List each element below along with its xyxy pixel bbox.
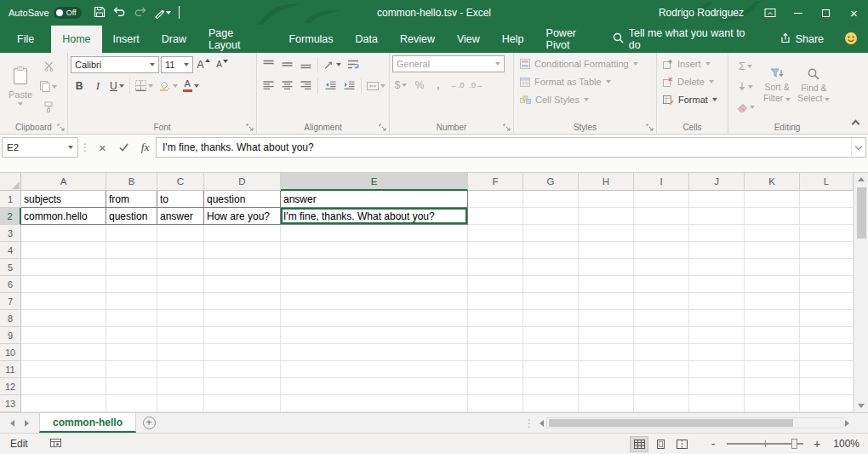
cell-E11[interactable]	[281, 361, 468, 378]
cell-L2[interactable]	[800, 208, 854, 225]
ribbon-tab-data[interactable]: Data	[345, 26, 389, 53]
delete-cells-button[interactable]: Delete	[660, 73, 726, 90]
decrease-indent-button[interactable]	[322, 77, 339, 95]
undo-icon[interactable]	[113, 6, 126, 20]
cell-E6[interactable]	[281, 276, 468, 293]
cell-H6[interactable]	[579, 276, 634, 293]
cell-G3[interactable]	[523, 225, 579, 242]
cell-D6[interactable]	[204, 276, 281, 293]
cell-C5[interactable]	[157, 259, 204, 276]
zoom-slider-knob[interactable]	[791, 439, 797, 449]
cell-G7[interactable]	[523, 293, 579, 310]
cell-D12[interactable]	[204, 378, 281, 395]
cell-A1[interactable]: subjects	[21, 191, 106, 208]
align-left-button[interactable]	[260, 77, 277, 95]
cell-G12[interactable]	[523, 378, 579, 395]
increase-indent-button[interactable]	[340, 77, 357, 95]
cell-K12[interactable]	[745, 378, 800, 395]
cell-C1[interactable]: to	[157, 191, 204, 208]
font-size-combo[interactable]: 11	[161, 56, 193, 73]
close-button[interactable]: ×	[840, 0, 868, 26]
bold-button[interactable]: B	[71, 77, 88, 95]
cell-D10[interactable]	[204, 344, 281, 361]
cell-A13[interactable]	[21, 395, 106, 412]
decrease-decimal-button[interactable]: .0→	[468, 76, 486, 94]
cell-A9[interactable]	[21, 327, 106, 344]
row-header-5[interactable]: 5	[0, 259, 21, 276]
column-header-D[interactable]: D	[204, 173, 281, 191]
cell-J12[interactable]	[689, 378, 745, 395]
cell-D2[interactable]: How are you?	[204, 208, 281, 225]
cut-button[interactable]	[38, 57, 59, 75]
font-dialog-launcher[interactable]	[246, 124, 254, 131]
cell-K7[interactable]	[745, 293, 800, 310]
row-header-4[interactable]: 4	[0, 242, 21, 259]
insert-function-button[interactable]: fx	[134, 137, 156, 158]
cell-I13[interactable]	[634, 395, 689, 412]
cell-J2[interactable]	[689, 208, 745, 225]
cell-F4[interactable]	[468, 242, 523, 259]
horizontal-scrollbar[interactable]	[540, 413, 853, 433]
grow-font-button[interactable]: A	[195, 55, 212, 73]
ribbon-tab-home[interactable]: Home	[51, 26, 101, 53]
cell-K8[interactable]	[745, 310, 800, 327]
cell-F9[interactable]	[468, 327, 523, 344]
cell-B12[interactable]	[106, 378, 157, 395]
cell-J3[interactable]	[689, 225, 745, 242]
cell-K5[interactable]	[745, 259, 800, 276]
cell-F5[interactable]	[468, 259, 523, 276]
cell-H4[interactable]	[579, 242, 634, 259]
cell-C12[interactable]	[157, 378, 204, 395]
cell-B1[interactable]: from	[106, 191, 157, 208]
row-header-1[interactable]: 1	[0, 191, 21, 208]
cell-H12[interactable]	[579, 378, 634, 395]
macro-record-icon[interactable]	[50, 438, 61, 451]
touch-mode-icon[interactable]	[154, 8, 171, 19]
cell-H1[interactable]	[579, 191, 634, 208]
cell-L3[interactable]	[800, 225, 854, 242]
row-header-10[interactable]: 10	[0, 344, 21, 361]
autosave-toggle[interactable]: AutoSave Off	[9, 7, 82, 19]
row-header-13[interactable]: 13	[0, 395, 21, 412]
cell-F10[interactable]	[468, 344, 523, 361]
cell-I9[interactable]	[634, 327, 689, 344]
cell-C7[interactable]	[157, 293, 204, 310]
cell-E3[interactable]	[281, 225, 468, 242]
cell-J11[interactable]	[689, 361, 745, 378]
sheet-nav-left-icon[interactable]	[10, 420, 14, 427]
sheet-nav-right-icon[interactable]	[25, 420, 29, 427]
align-bottom-button[interactable]	[297, 55, 314, 73]
ribbon-tab-insert[interactable]: Insert	[102, 26, 151, 53]
column-header-A[interactable]: A	[21, 173, 106, 191]
normal-view-button[interactable]	[630, 436, 648, 452]
cell-L12[interactable]	[800, 378, 854, 395]
select-all-corner[interactable]	[0, 173, 21, 191]
cell-F8[interactable]	[468, 310, 523, 327]
column-header-B[interactable]: B	[106, 173, 157, 191]
cell-K11[interactable]	[745, 361, 800, 378]
copy-button[interactable]	[38, 78, 59, 95]
cell-I10[interactable]	[634, 344, 689, 361]
cell-K1[interactable]	[745, 191, 800, 208]
row-header-12[interactable]: 12	[0, 378, 21, 395]
cell-J9[interactable]	[689, 327, 745, 344]
cell-L11[interactable]	[800, 361, 854, 378]
cell-B9[interactable]	[106, 327, 157, 344]
scroll-up-arrow-icon[interactable]	[854, 173, 868, 186]
cell-G5[interactable]	[523, 259, 579, 276]
cell-F11[interactable]	[468, 361, 523, 378]
cell-E12[interactable]	[281, 378, 468, 395]
cell-B13[interactable]	[106, 395, 157, 412]
cell-B10[interactable]	[106, 344, 157, 361]
ribbon-tab-file[interactable]: File	[0, 26, 51, 53]
cell-D5[interactable]	[204, 259, 281, 276]
cell-C11[interactable]	[157, 361, 204, 378]
cell-D9[interactable]	[204, 327, 281, 344]
page-layout-view-button[interactable]	[651, 436, 670, 452]
cell-B2[interactable]: question	[106, 208, 157, 225]
ribbon-tab-page-layout[interactable]: Page Layout	[197, 26, 278, 53]
autosum-button[interactable]: Σ	[731, 57, 760, 75]
cell-K2[interactable]	[745, 208, 800, 225]
cell-F13[interactable]	[468, 395, 523, 412]
expand-formula-bar-button[interactable]	[851, 137, 866, 158]
